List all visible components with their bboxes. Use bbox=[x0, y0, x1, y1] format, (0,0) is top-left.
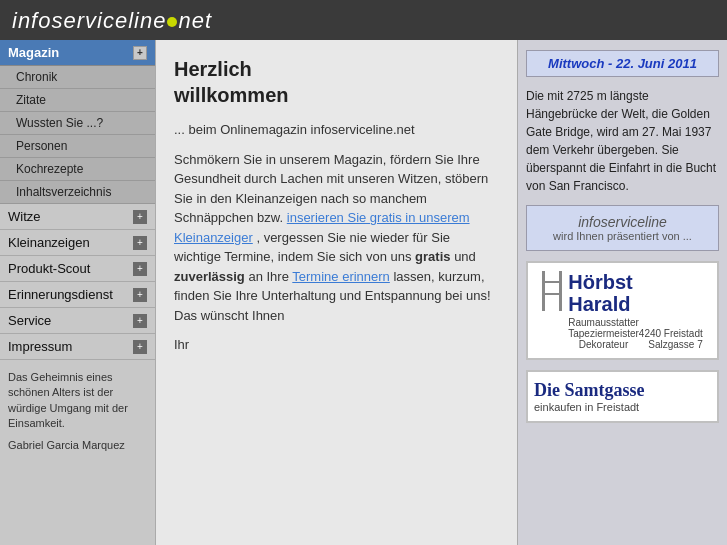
impressum-label: Impressum bbox=[8, 339, 72, 354]
ad2-title: Die Samtgasse bbox=[534, 380, 711, 401]
witze-label: Witze bbox=[8, 209, 41, 224]
sidebar-item-kleinanzeigen[interactable]: Kleinanzeigen + bbox=[0, 230, 155, 256]
main-content: Herzlich willkommen ... beim Onlinemagaz… bbox=[155, 40, 517, 545]
service-expand-icon: + bbox=[133, 314, 147, 328]
quote-text: Das Geheimnis eines schönen Alters ist d… bbox=[8, 371, 128, 429]
produkt-scout-expand-icon: + bbox=[133, 262, 147, 276]
termine-link[interactable]: Termine erinnern bbox=[292, 269, 390, 284]
body-text: Schmökern Sie in unserem Magazin, förder… bbox=[174, 150, 499, 326]
promo-title: infoserviceline bbox=[535, 214, 710, 230]
sidebar-item-impressum[interactable]: Impressum + bbox=[0, 334, 155, 360]
promo-box: infoserviceline wird Ihnen präsentiert v… bbox=[526, 205, 719, 251]
sidebar-item-personen[interactable]: Personen bbox=[0, 135, 155, 158]
sign-off: Ihr bbox=[174, 335, 499, 355]
main-layout: Magazin + Chronik Zitate Wussten Sie ...… bbox=[0, 40, 727, 545]
sidebar-item-service[interactable]: Service + bbox=[0, 308, 155, 334]
promo-subtitle: wird Ihnen präsentiert von ... bbox=[535, 230, 710, 242]
produkt-scout-label: Produkt-Scout bbox=[8, 261, 90, 276]
sidebar-item-kochrezepte[interactable]: Kochrezepte bbox=[0, 158, 155, 181]
sidebar-item-inhaltsverzeichnis[interactable]: Inhaltsverzeichnis bbox=[0, 181, 155, 204]
sidebar-item-witze[interactable]: Witze + bbox=[0, 204, 155, 230]
impressum-expand-icon: + bbox=[133, 340, 147, 354]
sidebar-item-zitate[interactable]: Zitate bbox=[0, 89, 155, 112]
magazin-label: Magazin bbox=[8, 45, 59, 60]
ad2-subtitle: einkaufen in Freistadt bbox=[534, 401, 711, 413]
logo-line: line bbox=[128, 8, 166, 33]
magazin-expand-icon: + bbox=[133, 46, 147, 60]
header: infoservicelinenet bbox=[0, 0, 727, 40]
news-text: Die mit 2725 m längste Hängebrücke der W… bbox=[526, 87, 719, 195]
erinnerungsdienst-label: Erinnerungsdienst bbox=[8, 287, 113, 302]
advertiser-hoerbst[interactable]: Hörbst Harald Raumausstatter Tapeziermei… bbox=[526, 261, 719, 360]
sidebar-item-erinnerungsdienst[interactable]: Erinnerungsdienst + bbox=[0, 282, 155, 308]
ad1-text-col: Hörbst Harald Raumausstatter Tapeziermei… bbox=[568, 271, 639, 350]
logo-info: info bbox=[12, 8, 51, 33]
right-panel: Mittwoch - 22. Juni 2011 Die mit 2725 m … bbox=[517, 40, 727, 545]
erinnerungsdienst-expand-icon: + bbox=[133, 288, 147, 302]
sidebar-item-chronik[interactable]: Chronik bbox=[0, 66, 155, 89]
kleinanzeigen-label: Kleinanzeigen bbox=[8, 235, 90, 250]
sidebar-item-wussten[interactable]: Wussten Sie ...? bbox=[0, 112, 155, 135]
sidebar: Magazin + Chronik Zitate Wussten Sie ...… bbox=[0, 40, 155, 545]
logo-service: service bbox=[51, 8, 128, 33]
advertiser-samtgasse[interactable]: Die Samtgasse einkaufen in Freistadt bbox=[526, 370, 719, 423]
date-box: Mittwoch - 22. Juni 2011 bbox=[526, 50, 719, 77]
logo-dot-icon bbox=[167, 17, 177, 27]
logo[interactable]: infoservicelinenet bbox=[12, 8, 212, 34]
ad1-subtitle: Raumausstatter Tapeziermeister Dekorateu… bbox=[568, 317, 639, 350]
logo-net: net bbox=[178, 8, 212, 33]
magazin-submenu: Chronik Zitate Wussten Sie ...? Personen… bbox=[0, 66, 155, 204]
kleinanzeigen-expand-icon: + bbox=[133, 236, 147, 250]
service-label: Service bbox=[8, 313, 51, 328]
ad1-address: 4240 Freistadt Salzgasse 7 bbox=[639, 328, 703, 350]
ad1-row: Hörbst Harald Raumausstatter Tapeziermei… bbox=[542, 271, 703, 350]
witze-expand-icon: + bbox=[133, 210, 147, 224]
quote-author: Gabriel Garcia Marquez bbox=[8, 438, 147, 453]
welcome-heading: Herzlich willkommen bbox=[174, 56, 499, 108]
sidebar-item-produkt-scout[interactable]: Produkt-Scout + bbox=[0, 256, 155, 282]
ad1-title: Hörbst Harald bbox=[568, 271, 639, 315]
quote-box: Das Geheimnis eines schönen Alters ist d… bbox=[0, 360, 155, 463]
ladder-icon bbox=[542, 271, 562, 311]
intro-text: ... beim Onlinemagazin infoserviceline.n… bbox=[174, 120, 499, 140]
sidebar-item-magazin[interactable]: Magazin + bbox=[0, 40, 155, 66]
